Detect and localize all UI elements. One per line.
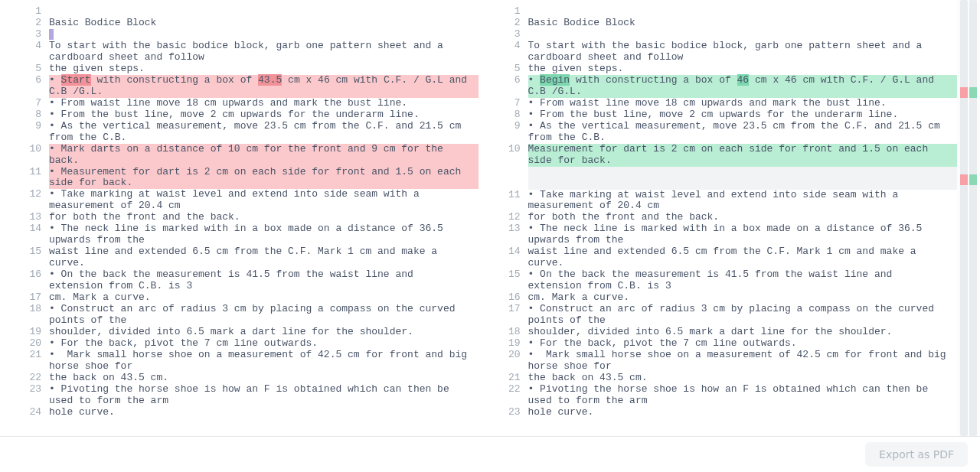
line-content: Measurement for dart is 2 cm on each sid… (528, 144, 958, 167)
code-line[interactable]: 20• For the back, pivot the 7 cm line ou… (0, 338, 479, 350)
line-number: 2 (0, 18, 49, 29)
line-content: shoulder, divided into 6.5 mark a dart l… (528, 327, 958, 338)
code-line[interactable]: 8• From the bust line, move 2 cm upwards… (0, 109, 479, 121)
export-pdf-button[interactable]: Export as PDF (865, 442, 968, 467)
line-number: 21 (0, 350, 49, 361)
code-line[interactable]: 4To start with the basic bodice block, g… (0, 41, 479, 63)
code-line[interactable]: 18• Construct an arc of radius 3 cm by p… (0, 304, 479, 327)
code-line[interactable]: 14waist line and extended 6.5 cm from th… (479, 246, 958, 269)
code-line[interactable]: 1 (0, 6, 479, 18)
line-content (49, 29, 479, 41)
line-number: 20 (0, 338, 49, 350)
line-number: 24 (0, 407, 49, 418)
line-number: 16 (479, 292, 528, 304)
line-number: 8 (0, 109, 49, 121)
code-line[interactable]: 16cm. Mark a curve. (479, 292, 958, 304)
code-line[interactable]: 1 (479, 6, 958, 18)
line-number: 15 (479, 269, 528, 281)
code-line[interactable]: 15waist line and extended 6.5 cm from th… (0, 246, 479, 269)
line-content: Basic Bodice Block (528, 18, 958, 29)
line-content: • Mark small horse shoe on a measurement… (49, 350, 479, 373)
code-line[interactable]: 13for both the front and the back. (0, 212, 479, 223)
code-line[interactable]: 9• As the vertical measurement, move 23.… (479, 121, 958, 144)
code-line[interactable]: 7• From waist line move 18 cm upwards an… (0, 98, 479, 109)
code-line[interactable]: 3 (479, 29, 958, 41)
code-line[interactable]: 10Measurement for dart is 2 cm on each s… (479, 144, 958, 167)
diff-container: 12Basic Bodice Block34To start with the … (0, 0, 980, 436)
line-number: 5 (0, 63, 49, 75)
code-line[interactable]: 16• On the back the measurement is 41.5 … (0, 269, 479, 292)
code-line[interactable]: 4To start with the basic bodice block, g… (479, 41, 958, 63)
line-content: • From the bust line, move 2 cm upwards … (528, 109, 958, 121)
code-line[interactable]: 5the given steps. (0, 63, 479, 75)
line-number: 21 (479, 373, 528, 384)
line-content: To start with the basic bodice block, ga… (49, 41, 479, 63)
line-number: 5 (479, 63, 528, 75)
line-content: Basic Bodice Block (49, 18, 479, 29)
minimap-mark[interactable] (969, 174, 977, 185)
line-content (528, 167, 958, 190)
line-number: 11 (0, 167, 49, 178)
line-content: • Take marking at waist level and extend… (528, 190, 958, 213)
line-content: hole curve. (49, 407, 479, 418)
code-line[interactable]: 22the back on 43.5 cm. (0, 373, 479, 384)
code-line[interactable]: 23• Pivoting the horse shoe is how an F … (0, 384, 479, 407)
code-line[interactable]: 6• Begin with constructing a box of 46 c… (479, 75, 958, 98)
code-line[interactable]: 2Basic Bodice Block (0, 18, 479, 29)
line-content: • The neck line is marked with in a box … (49, 223, 479, 246)
code-line[interactable]: 23hole curve. (479, 407, 958, 418)
line-content: the back on 43.5 cm. (528, 373, 958, 384)
code-line[interactable]: 13• The neck line is marked with in a bo… (479, 223, 958, 246)
line-number: 1 (479, 6, 528, 18)
minimap-track-right (969, 0, 977, 436)
line-number: 7 (479, 98, 528, 109)
line-content: • Take marking at waist level and extend… (49, 189, 479, 212)
code-line[interactable]: 11• Take marking at waist level and exte… (479, 190, 958, 213)
code-line[interactable] (479, 167, 958, 190)
line-number: 11 (479, 190, 528, 201)
code-line[interactable]: 3 (0, 29, 479, 41)
code-line[interactable]: 21• Mark small horse shoe on a measureme… (0, 350, 479, 373)
code-line[interactable]: 7• From waist line move 18 cm upwards an… (479, 98, 958, 109)
line-content: • On the back the measurement is 41.5 fr… (49, 269, 479, 292)
code-line[interactable]: 22• Pivoting the horse shoe is how an F … (479, 384, 958, 407)
code-line[interactable]: 2Basic Bodice Block (479, 18, 958, 29)
code-line[interactable]: 17• Construct an arc of radius 3 cm by p… (479, 304, 958, 327)
code-line[interactable]: 20• Mark small horse shoe on a measureme… (479, 350, 958, 373)
left-pane[interactable]: 12Basic Bodice Block34To start with the … (0, 0, 479, 436)
line-number: 13 (0, 212, 49, 223)
line-content: for both the front and the back. (49, 212, 479, 223)
code-line[interactable]: 11• Measurement for dart is 2 cm on each… (0, 167, 479, 190)
code-line[interactable]: 18shoulder, divided into 6.5 mark a dart… (479, 327, 958, 338)
line-number: 7 (0, 98, 49, 109)
line-number: 2 (479, 18, 528, 29)
code-line[interactable]: 6• Start with constructing a box of 43.5… (0, 75, 479, 98)
line-number: 19 (0, 327, 49, 338)
code-line[interactable]: 19shoulder, divided into 6.5 mark a dart… (0, 327, 479, 338)
code-line[interactable]: 12for both the front and the back. (479, 212, 958, 223)
code-line[interactable]: 9• As the vertical measurement, move 23.… (0, 121, 479, 144)
code-line[interactable]: 15• On the back the measurement is 41.5 … (479, 269, 958, 292)
line-number: 6 (479, 75, 528, 86)
code-line[interactable]: 19• For the back, pivot the 7 cm line ou… (479, 338, 958, 350)
code-line[interactable]: 10• Mark darts on a distance of 10 cm fo… (0, 144, 479, 167)
code-line[interactable]: 24hole curve. (0, 407, 479, 418)
minimap[interactable] (957, 0, 980, 436)
code-line[interactable]: 17cm. Mark a curve. (0, 292, 479, 304)
code-line[interactable]: 5the given steps. (479, 63, 958, 75)
line-content: waist line and extended 6.5 cm from the … (49, 246, 479, 269)
line-number: 12 (479, 212, 528, 223)
line-content: To start with the basic bodice block, ga… (528, 41, 958, 63)
code-line[interactable]: 14• The neck line is marked with in a bo… (0, 223, 479, 246)
code-line[interactable]: 8• From the bust line, move 2 cm upwards… (479, 109, 958, 121)
line-content: • On the back the measurement is 41.5 fr… (528, 269, 958, 292)
line-number: 3 (479, 29, 528, 41)
minimap-mark[interactable] (960, 87, 968, 98)
minimap-mark[interactable] (969, 87, 977, 98)
minimap-mark[interactable] (960, 174, 968, 185)
code-line[interactable]: 12• Take marking at waist level and exte… (0, 189, 479, 212)
code-line[interactable]: 21the back on 43.5 cm. (479, 373, 958, 384)
line-content: • Pivoting the horse shoe is how an F is… (528, 384, 958, 407)
line-content: • Mark small horse shoe on a measurement… (528, 350, 958, 373)
right-pane[interactable]: 12Basic Bodice Block34To start with the … (479, 0, 958, 436)
